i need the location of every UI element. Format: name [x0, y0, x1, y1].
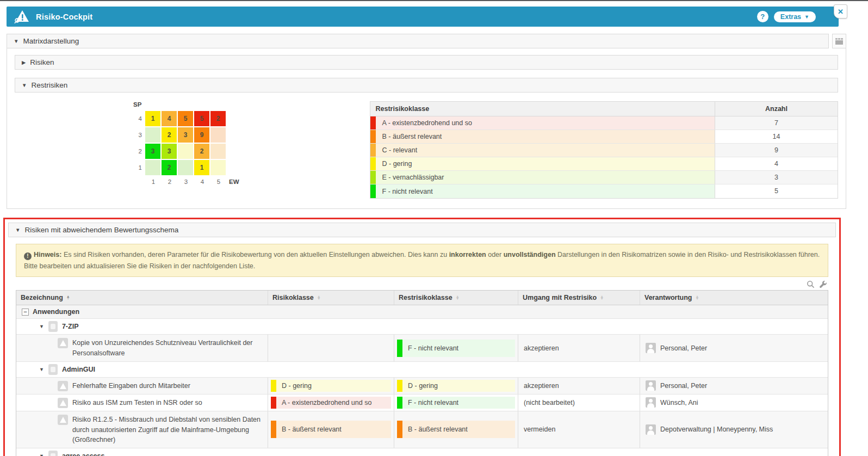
matrix-x-axis-label: EW — [229, 178, 239, 185]
verantwortung-cell: Depotverwaltung | Moneypenny, Miss — [640, 411, 828, 448]
class-color-swatch — [397, 397, 402, 409]
risk-row[interactable]: Fehlerhafte Eingaben durch Mitarbeiter D… — [16, 378, 828, 395]
collapse-arrow-icon: ▼ — [14, 38, 18, 44]
class-chip: B - äußerst relevant — [397, 421, 515, 438]
info-icon: ! — [24, 252, 32, 260]
matrix-cell[interactable]: 1 — [194, 160, 209, 175]
class-count: 9 — [715, 144, 838, 157]
sort-icon: ▲▼ — [66, 295, 70, 300]
class-row-d[interactable]: D - gering 4 — [370, 157, 838, 171]
class-row-a[interactable]: A - existenzbedrohend und so 7 — [370, 116, 838, 130]
search-icon[interactable] — [807, 280, 815, 288]
matrix-row-label: 4 — [130, 115, 142, 122]
matrix-cell[interactable]: 5 — [178, 111, 193, 126]
risikoklasse-cell — [268, 335, 394, 361]
matrix-cell[interactable]: 3 — [178, 127, 193, 143]
class-row-c[interactable]: C - relevant 9 — [370, 144, 838, 157]
matrix-col-label: 5 — [210, 178, 227, 185]
matrix-y-axis-label: SP — [133, 101, 239, 108]
class-label: F - nicht relevant — [376, 184, 715, 198]
chevron-down-icon: ▼ — [804, 14, 809, 20]
column-header-bezeichnung[interactable]: Bezeichnung ▲▼ — [16, 291, 268, 305]
risikoklasse-cell: B - äußerst relevant — [268, 411, 394, 448]
risk-row[interactable]: Risiko aus ISM zum Testen in NSR oder so… — [16, 395, 828, 411]
expand-arrow-icon: ▶ — [22, 59, 26, 65]
extras-button[interactable]: Extras ▼ — [774, 11, 816, 22]
matrix-row-label: 3 — [130, 132, 142, 138]
matrix-cell[interactable] — [210, 144, 226, 159]
umgang-cell: akzeptieren — [518, 335, 640, 361]
collapse-triangle-icon[interactable]: ▼ — [39, 453, 44, 456]
collapse-arrow-icon: ▼ — [15, 227, 20, 233]
section-restrisiken-label: Restrisiken — [31, 81, 67, 89]
matrix-cell[interactable] — [145, 160, 160, 175]
class-label: D - gering — [376, 157, 715, 170]
column-header-risikoklasse[interactable]: Risikoklasse ▲▼ — [268, 291, 394, 305]
collapse-triangle-icon[interactable]: ▼ — [39, 367, 44, 372]
column-header-restrisikoklasse[interactable]: Restrisikoklasse ▲▼ — [394, 291, 518, 305]
class-color-swatch — [370, 144, 376, 157]
help-button[interactable]: ? — [757, 11, 768, 22]
section-restrisiken[interactable]: ▼ Restrisiken — [15, 78, 838, 93]
risk-row[interactable]: Risiko R1.2.5 - Missbrauch und Diebstahl… — [16, 411, 828, 448]
layout-grid-button[interactable] — [832, 34, 846, 48]
matrix-cell[interactable] — [178, 160, 193, 175]
matrix-cell[interactable]: 2 — [162, 127, 177, 143]
application-icon — [48, 364, 58, 375]
class-count: 14 — [715, 130, 838, 143]
group-row-admingui[interactable]: ▼ AdminGUI — [16, 362, 828, 378]
matrix-cell[interactable]: 3 — [145, 144, 160, 159]
matrix-cell[interactable]: 2 — [162, 160, 177, 175]
restrisikoklasse-cell: B - äußerst relevant — [394, 411, 518, 448]
column-header-umgang[interactable]: Umgang mit Restrisiko ▲▼ — [518, 291, 640, 305]
section-risiken-label: Risiken — [30, 58, 54, 66]
class-label: F - nicht relevant — [402, 340, 515, 357]
risk-row[interactable]: Kopie von Unzureichendes Schutzniveau Ve… — [16, 335, 828, 362]
column-header-verantwortung[interactable]: Verantwortung ▲▼ — [640, 291, 828, 305]
matrix-cell[interactable]: 9 — [194, 127, 209, 143]
section-matrixdarstellung[interactable]: ▼ Matrixdarstellung — [7, 34, 829, 48]
verantwortung-cell: Personal, Peter — [640, 335, 828, 361]
class-color-swatch — [370, 171, 376, 184]
close-button[interactable]: ✕ — [834, 4, 847, 19]
app-logo-icon — [14, 10, 30, 24]
class-color-swatch — [271, 421, 276, 438]
matrix-cell[interactable] — [178, 144, 193, 159]
class-row-e[interactable]: E - vernachlässigbar 3 — [370, 171, 838, 184]
matrix-cell[interactable] — [145, 127, 160, 143]
umgang-cell: akzeptieren — [518, 378, 640, 394]
matrix-col-label: 2 — [162, 178, 178, 185]
class-color-swatch — [397, 380, 402, 392]
collapse-minus-icon[interactable]: − — [22, 309, 29, 316]
matrix-row-label: 2 — [130, 148, 142, 155]
class-chip: A - existenzbedrohend und so — [271, 397, 391, 409]
group-row-7zip[interactable]: ▼ 7-ZIP — [16, 319, 828, 335]
class-row-b[interactable]: B - äußerst relevant 14 — [370, 130, 838, 144]
section-risiken[interactable]: ▶ Risiken — [15, 55, 838, 70]
risk-icon — [58, 415, 68, 425]
class-row-f[interactable]: F - nicht relevant 5 — [370, 184, 838, 198]
wrench-icon[interactable] — [819, 280, 827, 288]
class-chip: D - gering — [397, 380, 515, 392]
class-color-swatch — [271, 397, 276, 409]
hinweis-label: Hinweis: — [34, 251, 61, 258]
class-label: B - äußerst relevant — [376, 130, 715, 143]
matrix-cell[interactable]: 5 — [194, 111, 209, 126]
matrix-cell[interactable]: 3 — [162, 144, 177, 159]
matrix-cell[interactable]: 1 — [145, 111, 160, 126]
verantwortung-cell: Personal, Peter — [640, 378, 828, 394]
matrix-cell[interactable]: 2 — [194, 144, 209, 159]
matrix-cell[interactable]: 4 — [162, 111, 177, 126]
deviating-risks-table: Bezeichnung ▲▼ Risikoklasse ▲▼ Restrisik… — [16, 290, 828, 456]
group-row-anwendungen[interactable]: − Anwendungen — [16, 305, 828, 319]
class-chip: F - nicht relevant — [397, 397, 515, 409]
class-label: B - äußerst relevant — [402, 421, 515, 438]
abweichend-section-highlight: ▼ Risiken mit abweichendem Bewertungssch… — [3, 218, 841, 456]
class-chip: D - gering — [271, 380, 391, 392]
section-abweichend[interactable]: ▼ Risiken mit abweichendem Bewertungssch… — [8, 223, 836, 237]
matrix-cell[interactable]: 2 — [210, 111, 226, 126]
group-row-agree-access[interactable]: ▼ agree access — [16, 448, 828, 456]
collapse-triangle-icon[interactable]: ▼ — [39, 324, 44, 329]
matrix-cell[interactable] — [210, 160, 226, 175]
matrix-cell[interactable] — [210, 127, 226, 143]
